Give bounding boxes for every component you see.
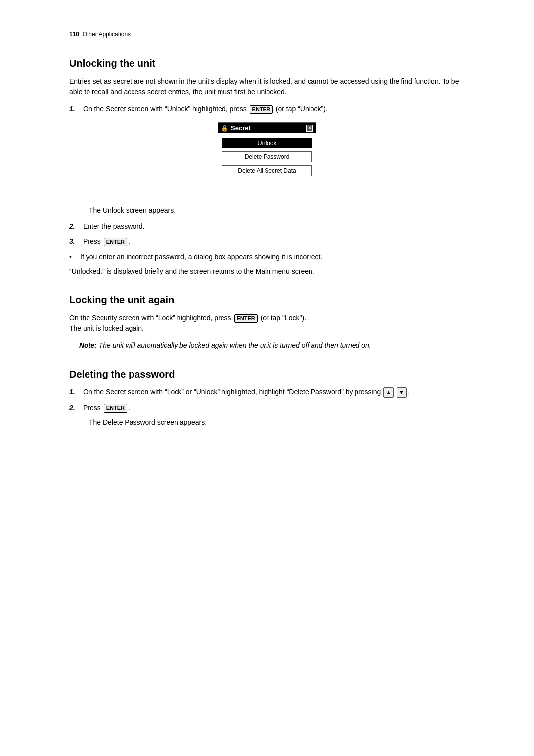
- bullet-item-1: If you enter an incorrect password, a di…: [69, 252, 465, 262]
- page-section: Other Applications: [83, 31, 131, 38]
- note-label: Note:: [79, 341, 97, 349]
- enter-key-3: ENTER: [234, 314, 258, 323]
- bullet-list: If you enter an incorrect password, a di…: [69, 252, 465, 262]
- steps-list-2: 2. Enter the password. 3. Press ENTER.: [69, 221, 465, 247]
- section-deleting: Deleting the password 1. On the Secret s…: [69, 369, 465, 426]
- unlocking-closing: “Unlocked.” is displayed briefly and the…: [69, 266, 465, 277]
- deleting-step-2-text: Press ENTER.: [83, 403, 130, 413]
- deleting-steps-list: 1. On the Secret screen with “Lock” or “…: [69, 387, 465, 413]
- steps-list-1: 1. On the Secret screen with “Unlock” hi…: [69, 104, 465, 114]
- nav-up-icon: ▲: [383, 387, 394, 398]
- unlock-screen-caption: The Unlock screen appears.: [69, 206, 465, 214]
- dialog-title-left: 🔒 Secret: [221, 124, 251, 132]
- deleting-step-2: 2. Press ENTER.: [69, 403, 465, 413]
- note-block: Note: The unit will automatically be loc…: [69, 340, 465, 351]
- step-1-text: On the Secret screen with “Unlock” highl…: [83, 104, 328, 114]
- deleting-step-num-1: 1.: [69, 387, 83, 397]
- dialog-wrapper: 🔒 Secret × Unlock Delete Password Delete…: [69, 122, 465, 196]
- dialog-spacer: [222, 179, 312, 191]
- dialog-titlebar: 🔒 Secret ×: [218, 123, 316, 133]
- deleting-step-num-2: 2.: [69, 403, 83, 413]
- page-number: 110: [69, 31, 79, 38]
- section-intro-unlocking: Entries set as secret are not shown in t…: [69, 76, 465, 97]
- section-heading-unlocking: Unlocking the unit: [69, 58, 465, 69]
- section-heading-locking: Locking the unit again: [69, 294, 465, 306]
- step-3-text: Press ENTER.: [83, 236, 130, 247]
- section-heading-deleting: Deleting the password: [69, 369, 465, 380]
- step-num-1: 1.: [69, 104, 83, 114]
- deleting-step-1-text: On the Secret screen with “Lock” or “Unl…: [83, 387, 409, 398]
- dialog-unlock-button[interactable]: Unlock: [222, 138, 312, 148]
- step-num-3: 3.: [69, 236, 83, 247]
- enter-key-1: ENTER: [250, 105, 273, 114]
- dialog-title-label: Secret: [231, 124, 251, 132]
- secret-dialog: 🔒 Secret × Unlock Delete Password Delete…: [218, 122, 316, 196]
- section-locking: Locking the unit again On the Security s…: [69, 294, 465, 351]
- enter-key-4: ENTER: [104, 404, 127, 412]
- nav-down-icon: ▼: [397, 387, 407, 398]
- dialog-delete-password-button[interactable]: Delete Password: [222, 151, 312, 162]
- step-num-2: 2.: [69, 221, 83, 232]
- lock-icon: 🔒: [221, 125, 228, 132]
- locking-intro: On the Security screen with “Lock” highl…: [69, 313, 465, 333]
- deleting-step-1: 1. On the Secret screen with “Lock” or “…: [69, 387, 465, 398]
- note-text: The unit will automatically be locked ag…: [97, 341, 371, 349]
- page-number-label: 110 Other Applications: [69, 31, 131, 38]
- dialog-body: Unlock Delete Password Delete All Secret…: [218, 133, 316, 196]
- page-container: 110 Other Applications Unlocking the uni…: [0, 0, 534, 483]
- delete-password-caption: The Delete Password screen appears.: [69, 418, 465, 426]
- section-unlocking: Unlocking the unit Entries set as secret…: [69, 58, 465, 277]
- dialog-close-button[interactable]: ×: [306, 125, 313, 132]
- step-2-text: Enter the password.: [83, 221, 145, 232]
- page-header: 110 Other Applications: [69, 30, 465, 40]
- step-2: 2. Enter the password.: [69, 221, 465, 232]
- step-3: 3. Press ENTER.: [69, 236, 465, 247]
- step-1: 1. On the Secret screen with “Unlock” hi…: [69, 104, 465, 114]
- dialog-delete-all-button[interactable]: Delete All Secret Data: [222, 165, 312, 176]
- enter-key-2: ENTER: [104, 238, 127, 246]
